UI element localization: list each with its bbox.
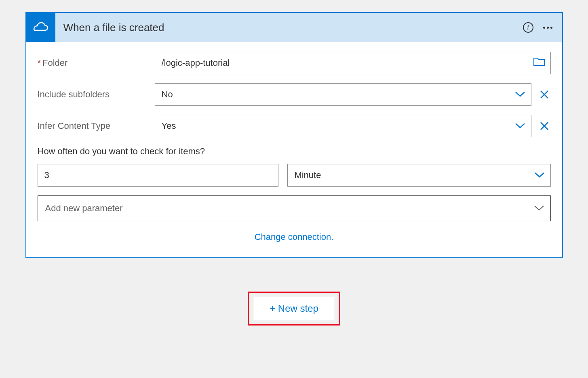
chevron-down-icon (533, 203, 545, 214)
infer-content-type-select[interactable]: Yes (155, 115, 531, 137)
recurrence-label: How often do you want to check for items… (38, 146, 551, 157)
folder-label: *Folder (38, 58, 155, 68)
new-step-container: + New step (8, 292, 580, 326)
folder-row: *Folder (38, 52, 551, 74)
info-icon[interactable] (523, 22, 533, 33)
infer-content-type-label: Infer Content Type (38, 121, 155, 131)
infer-content-type-row: Infer Content Type Yes (38, 115, 551, 137)
folder-picker-icon[interactable] (533, 57, 545, 69)
folder-input[interactable] (155, 52, 551, 74)
include-subfolders-label: Include subfolders (38, 89, 155, 100)
trigger-card: When a file is created *Folder I (25, 12, 563, 258)
remove-include-subfolders-button[interactable] (538, 88, 551, 101)
include-subfolders-select[interactable]: No (155, 83, 531, 106)
include-subfolders-row: Include subfolders No (38, 83, 551, 106)
change-connection-row: Change connection. (38, 232, 551, 242)
interval-unit-select[interactable]: Minute (287, 164, 550, 187)
recurrence-row: Minute (38, 164, 551, 187)
interval-value-input[interactable] (38, 164, 279, 187)
remove-infer-content-type-button[interactable] (538, 120, 551, 132)
onedrive-icon (26, 13, 55, 42)
trigger-body: *Folder Include subfolders No (26, 42, 562, 257)
add-parameter-select[interactable]: Add new parameter (38, 195, 551, 221)
trigger-title: When a file is created (55, 21, 523, 34)
trigger-header[interactable]: When a file is created (26, 13, 562, 42)
new-step-button[interactable]: + New step (253, 297, 335, 320)
new-step-highlight: + New step (248, 292, 340, 326)
more-menu-icon[interactable] (543, 27, 552, 29)
change-connection-link[interactable]: Change connection. (255, 232, 334, 242)
